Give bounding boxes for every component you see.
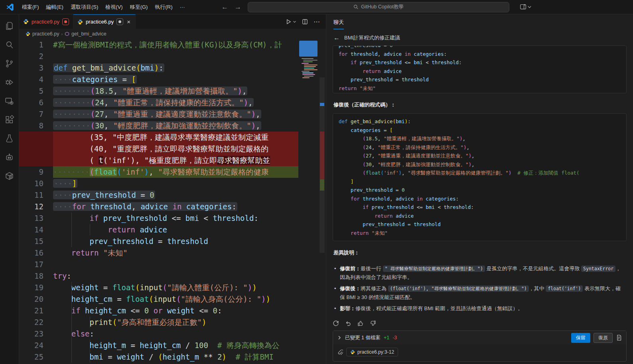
code-line[interactable]: 13 if prev_threshold <= bmi < threshold: — [19, 212, 298, 224]
code-line[interactable]: ( t('inf'), "極重度肥胖，請立即尋求醫療幫助並 — [19, 155, 298, 166]
code-line[interactable]: 11····prev_threshold = 0 — [19, 189, 298, 201]
code-line: (30, "輕度肥胖，建議加強運動並控制飲食。"), — [339, 160, 621, 169]
python-icon — [26, 31, 30, 36]
code-line[interactable]: 16 return "未知" — [19, 247, 298, 259]
code-line[interactable]: 6········(24, "體重正常，請保持健康的生活方式。"), — [19, 97, 298, 108]
diff-explanation-list: 修復前：最後一行 " 尋求醫療幫助並制定嚴格的健康管理計劃。") 是孤立的字串，… — [333, 262, 626, 315]
run-debug-icon[interactable] — [2, 75, 17, 90]
code-line[interactable]: 10····] — [19, 178, 298, 189]
split-editor-icon[interactable] — [302, 19, 308, 25]
python-icon — [23, 19, 29, 24]
code-line: categories = [ — [339, 126, 621, 135]
changed-files-summary[interactable]: 已變更 1 個檔案 — [345, 334, 381, 341]
code-line[interactable]: (35, "中度肥胖，建議尋求專業醫療建議並制定減重 — [19, 132, 298, 143]
code-line[interactable]: 17 — [19, 259, 298, 270]
code-line[interactable]: 24 height_m = height_cm / 100 # 將身高轉換為公 — [19, 340, 298, 351]
code-line[interactable]: 2 — [19, 51, 298, 62]
code-line[interactable]: 12····for threshold, advice in categorie… — [19, 201, 298, 212]
menu-file[interactable]: 檔案(F) — [18, 2, 43, 12]
breadcrumb-symbol[interactable]: get_bmi_advice — [71, 31, 106, 37]
menu-edit[interactable]: 編輯(E) — [43, 2, 67, 12]
code-line[interactable]: 7········(27, "體重過重，建議適度運動並注意飲食。"), — [19, 108, 298, 120]
code-line: (27, "體重過重，建議適度運動並注意飲食。"), — [339, 152, 621, 160]
removed-count: -3 — [392, 335, 397, 340]
code-line[interactable]: 22 print("身高和體重必須是正數") — [19, 317, 298, 328]
attach-icon[interactable] — [337, 349, 343, 355]
modified-dot-icon[interactable] — [62, 18, 69, 25]
close-icon[interactable]: × — [126, 18, 131, 25]
editor-scrollbar[interactable] — [318, 39, 326, 364]
attachment-label: practice6.py:3-12 — [357, 349, 394, 355]
search-input[interactable]: GitHub Copilot教學 — [248, 2, 509, 12]
code-line: (float('inf'), "尋求醫療幫助並制定嚴格的健康管理計劃。") # … — [339, 169, 621, 177]
tab-chat[interactable]: 聊天 — [333, 19, 344, 30]
remote-explorer-icon[interactable] — [2, 93, 17, 108]
fixed-code-heading: 修復後（正確的程式碼）： — [333, 101, 626, 108]
title-bar: 檔案(F) 編輯(E) 選取項目(S) 檢視(V) 移至(G) 執行(R) ··… — [0, 0, 633, 14]
tab-practice6[interactable]: practice6.py × — [73, 14, 136, 29]
minimap[interactable] — [299, 41, 318, 78]
code-line[interactable]: 1#寫一個檢測BMI的程式，讓使用者輸入體重(KG)以及身高(CM)，計 — [19, 39, 298, 51]
code-line[interactable]: 19 weight = float(input("請輸入體重(公斤): ")) — [19, 282, 298, 293]
search-icon — [353, 4, 359, 10]
breadcrumb[interactable]: practice6.py › get_bmi_advice — [19, 29, 326, 39]
thumbs-down-icon[interactable] — [370, 320, 376, 327]
list-item: 影響：修復後，程式能正確處理所有 BMI 範圍，並且語法檢查通過（無錯誤）。 — [333, 304, 626, 313]
tab-bar: practice9.py practice6.py × ⋯ — [19, 14, 326, 29]
extensions-icon[interactable] — [2, 112, 17, 127]
menu-view[interactable]: 檢視(V) — [102, 2, 126, 12]
menu-selection[interactable]: 選取項目(S) — [67, 2, 102, 12]
code-line[interactable]: 21 if height_cm <= 0 or weight <= 0: — [19, 305, 298, 317]
code-line: prev_threshold = threshold — [339, 220, 621, 229]
breadcrumb-file[interactable]: practice6.py — [32, 31, 59, 37]
code-line: return advice — [339, 67, 621, 76]
code-line: if prev_threshold <= bmi < threshold: — [339, 203, 621, 212]
explorer-icon[interactable] — [2, 18, 17, 33]
code-line[interactable]: 18try: — [19, 270, 298, 282]
back-icon[interactable]: ← — [333, 34, 340, 41]
code-line[interactable]: 20 height_cm = float(input("請輸入身高(公分): "… — [19, 293, 298, 305]
more-actions-icon[interactable]: ⋯ — [314, 18, 320, 26]
code-lines[interactable]: 1#寫一個檢測BMI的程式，讓使用者輸入體重(KG)以及身高(CM)，計23de… — [19, 39, 298, 364]
menu-goto[interactable]: 移至(G) — [126, 2, 152, 12]
menu-run[interactable]: 執行(R) — [151, 2, 176, 12]
attachment-chip[interactable]: practice6.py:3-12 — [346, 348, 398, 356]
containers-icon[interactable] — [2, 168, 17, 183]
code-line[interactable]: 25 bmi = weight / (height_m ** 2) # 計算BM… — [19, 351, 298, 363]
regenerate-icon[interactable] — [333, 320, 339, 327]
source-control-icon[interactable] — [2, 56, 17, 71]
undo-icon[interactable] — [345, 320, 351, 327]
code-line: def get_bmi_advice(bmi): — [339, 117, 621, 126]
code-line[interactable]: 15 prev_threshold = threshold — [19, 236, 298, 247]
menu-more[interactable]: ··· — [176, 2, 188, 12]
code-editor[interactable]: 1#寫一個檢測BMI的程式，讓使用者輸入體重(KG)以及身高(CM)，計23de… — [19, 39, 326, 364]
view-changes-icon[interactable] — [616, 334, 622, 341]
code-line[interactable]: 23 else: — [19, 328, 298, 340]
modified-dot-icon[interactable] — [116, 18, 123, 25]
list-item: 修復前：最後一行 " 尋求醫療幫助並制定嚴格的健康管理計劃。") 是孤立的字串，… — [333, 264, 626, 282]
copilot-chat-icon[interactable] — [2, 150, 17, 165]
thumbs-up-icon[interactable] — [357, 320, 364, 327]
run-button[interactable] — [286, 19, 296, 25]
search-view-icon[interactable] — [2, 37, 17, 52]
chevron-right-icon[interactable] — [337, 335, 342, 340]
history-forward-icon[interactable]: → — [231, 2, 245, 12]
added-count: +1 — [384, 335, 389, 340]
code-line[interactable]: 5········(18.5, "體重過輕，建議增加營養攝取。"), — [19, 85, 298, 97]
tab-label: practice9.py — [32, 19, 59, 25]
revert-button[interactable]: 復原 — [594, 333, 613, 343]
activity-bar — [0, 14, 19, 364]
tab-practice9[interactable]: practice9.py — [19, 14, 73, 29]
code-line[interactable]: 14 return advice — [19, 224, 298, 236]
history-back-icon[interactable]: ← — [218, 2, 231, 12]
chevron-down-icon[interactable] — [527, 5, 532, 9]
code-line[interactable]: (40, "重度肥胖，請立即尋求醫療幫助並制定嚴格的 — [19, 143, 298, 155]
code-line[interactable]: 8········(30, "輕度肥胖，建議加強運動並控制飲食。"), — [19, 120, 298, 132]
code-line[interactable]: 9········(float('inf'), "尋求醫療幫助並制定嚴格的健康 — [19, 166, 298, 178]
code-line[interactable]: 4····categories = [ — [19, 74, 298, 85]
testing-icon[interactable] — [2, 131, 17, 146]
chat-thread-title[interactable]: BMI計算程式的修正建議 — [344, 34, 400, 41]
layout-icon[interactable] — [520, 4, 527, 10]
code-line[interactable]: 3def get_bmi_advice(bmi): — [19, 62, 298, 74]
keep-button[interactable]: 保留 — [571, 333, 590, 343]
